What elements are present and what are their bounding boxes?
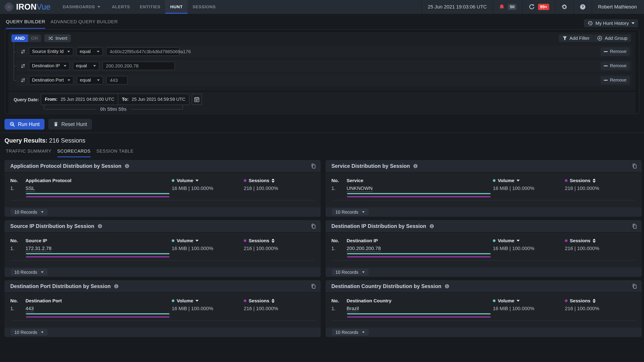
brand[interactable]: IRONVue [0, 0, 54, 14]
col-sessions[interactable]: Sessions [244, 178, 315, 183]
row-value[interactable]: 200.200.200.78 [346, 246, 381, 252]
volume-sort-caret-icon[interactable] [196, 300, 198, 302]
alerts-count-badge[interactable]: 50 [508, 4, 516, 10]
volume-sort-caret-icon[interactable] [516, 240, 520, 242]
and-button[interactable]: AND [12, 34, 28, 42]
info-icon[interactable] [114, 284, 119, 289]
sessions-sort-icon[interactable] [272, 179, 274, 183]
scorecard-columns: No. Destination Country Volume Sessions [332, 298, 636, 304]
value-input[interactable]: 200.200.200.78 [102, 62, 175, 70]
col-sessions[interactable]: Sessions [565, 178, 636, 183]
builder-tab-query-builder[interactable]: QUERY BUILDER [6, 14, 45, 29]
operator-select[interactable]: equal [76, 47, 103, 56]
reorder-icon[interactable] [20, 63, 26, 69]
remove-filter-button[interactable]: Remove [600, 47, 630, 56]
run-hunt-button[interactable]: Run Hunt [4, 119, 44, 130]
row-value[interactable]: SSL [26, 185, 35, 192]
gear-icon[interactable] [561, 4, 568, 10]
reorder-icon[interactable] [20, 49, 26, 54]
sessions-sort-icon[interactable] [592, 299, 596, 303]
user-section[interactable]: Robert Mathieson [592, 0, 644, 14]
results-tab-session-table[interactable]: SESSION TABLE [96, 149, 134, 157]
row-value[interactable]: UNKNOWN [346, 185, 372, 192]
copy-button[interactable] [632, 283, 637, 289]
hunt-history-button[interactable]: My Hunt History [584, 19, 638, 27]
nav-item-dashboards[interactable]: DASHBOARDS [58, 0, 105, 14]
volume-sort-caret-icon[interactable] [516, 300, 520, 302]
help-section[interactable]: ? [573, 0, 592, 14]
from-value[interactable]: 25 Jun 2021 04:00:00 UTC [60, 97, 114, 102]
sessions-sort-icon[interactable] [592, 179, 596, 183]
col-sessions[interactable]: Sessions [565, 238, 636, 243]
sessions-sort-icon[interactable] [592, 239, 596, 243]
calendar-button[interactable] [192, 94, 202, 105]
username[interactable]: Robert Mathieson [598, 4, 638, 10]
records-dropdown[interactable]: 10 Records [11, 329, 48, 336]
settings-section[interactable] [555, 0, 573, 14]
reset-hunt-button[interactable]: Reset Hunt [48, 119, 92, 130]
nav-item-entities[interactable]: ENTITIES [135, 0, 165, 14]
row-value[interactable]: 443 [26, 306, 34, 312]
alerts-section[interactable]: 50 [492, 0, 522, 14]
col-volume[interactable]: Volume [172, 298, 244, 304]
col-volume[interactable]: Volume [493, 238, 565, 243]
operator-select[interactable]: equal [77, 76, 103, 84]
copy-button[interactable] [632, 163, 637, 169]
operator-select[interactable]: equal [73, 62, 99, 70]
refresh-count-badge[interactable]: 99+ [538, 4, 549, 10]
results-tab-traffic-summary[interactable]: TRAFFIC SUMMARY [6, 149, 52, 157]
builder-tab-advanced-query-builder[interactable]: ADVANCED QUERY BUILDER [50, 14, 118, 29]
or-button[interactable]: OR [28, 34, 41, 42]
remove-filter-button[interactable]: Remove [600, 76, 630, 84]
col-volume[interactable]: Volume [172, 178, 244, 183]
records-dropdown[interactable]: 10 Records [11, 269, 48, 276]
copy-button[interactable] [311, 223, 316, 229]
info-icon[interactable] [444, 284, 450, 289]
sessions-sort-icon[interactable] [272, 299, 274, 303]
col-volume[interactable]: Volume [493, 178, 565, 183]
refresh-section[interactable]: 99+ [522, 0, 555, 14]
add-group-button[interactable]: Add Group [594, 34, 631, 42]
results-tab-scorecards[interactable]: SCORECARDS [57, 149, 90, 157]
col-sessions[interactable]: Sessions [244, 298, 315, 304]
records-dropdown[interactable]: 10 Records [332, 269, 368, 276]
nav-item-sessions[interactable]: SESSIONS [188, 0, 221, 14]
date-to[interactable]: To: 25 Jun 2021 04:59:59 UTC [118, 94, 189, 105]
copy-button[interactable] [632, 223, 637, 229]
sessions-sort-icon[interactable] [272, 239, 274, 243]
remove-filter-button[interactable]: Remove [600, 62, 630, 70]
info-icon[interactable] [429, 224, 434, 229]
nav-item-alerts[interactable]: ALERTS [107, 0, 135, 14]
row-value[interactable]: Brazil [346, 306, 359, 312]
records-dropdown[interactable]: 10 Records [332, 329, 368, 336]
add-filter-button[interactable]: Add Filter [559, 34, 593, 42]
volume-sort-caret-icon[interactable] [516, 180, 520, 181]
col-sessions[interactable]: Sessions [565, 298, 636, 304]
info-icon[interactable] [413, 164, 418, 168]
invert-button[interactable]: Invert [44, 34, 71, 42]
row-value[interactable]: 172.31.2.78 [26, 246, 52, 252]
col-volume[interactable]: Volume [172, 238, 244, 243]
value-input[interactable]: 4c60c22f95c647c3b4d6d7985069a176 [106, 47, 179, 56]
date-from[interactable]: From: 25 Jun 2021 04:00:00 UTC [41, 94, 118, 105]
records-dropdown[interactable]: 10 Records [11, 209, 48, 215]
field-select[interactable]: Destination Port [29, 76, 74, 84]
help-icon[interactable]: ? [580, 4, 586, 10]
field-select[interactable]: Source Entity Id [29, 47, 73, 56]
value-input[interactable]: 443 [106, 76, 128, 84]
to-value[interactable]: 25 Jun 2021 04:59:59 UTC [132, 97, 185, 102]
info-icon[interactable] [98, 224, 102, 229]
col-volume[interactable]: Volume [493, 298, 565, 304]
volume-sort-caret-icon[interactable] [196, 180, 198, 181]
col-sessions[interactable]: Sessions [244, 238, 315, 243]
copy-button[interactable] [311, 283, 316, 289]
volume-sort-caret-icon[interactable] [196, 240, 198, 242]
copy-button[interactable] [311, 163, 316, 169]
refresh-icon[interactable] [528, 4, 535, 10]
records-dropdown[interactable]: 10 Records [332, 209, 368, 215]
bell-icon[interactable] [499, 4, 505, 10]
info-icon[interactable] [124, 164, 130, 168]
field-select[interactable]: Destination IP [29, 62, 70, 70]
reorder-icon[interactable] [20, 77, 26, 83]
nav-item-hunt[interactable]: HUNT [165, 0, 188, 14]
